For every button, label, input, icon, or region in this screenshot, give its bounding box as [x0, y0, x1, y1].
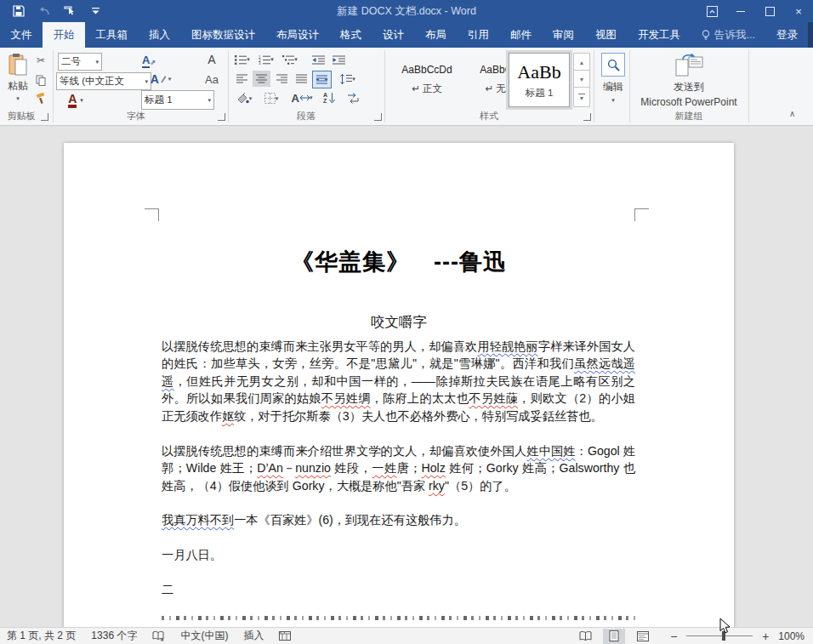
zoom-slider-thumb[interactable]: [722, 631, 725, 641]
tab-view[interactable]: 视图: [585, 22, 628, 48]
blue-squiggle-text: 用轻靓艳丽: [477, 339, 537, 353]
tab-icon-data-design[interactable]: 图标数据设计: [181, 22, 266, 48]
style-card-normal[interactable]: AaBbCcDd ↵ 正文: [389, 54, 464, 104]
paragraph: 一月八日。: [162, 546, 635, 563]
paragraph-group-label: 段落: [228, 110, 384, 123]
undo-icon[interactable]: [37, 4, 51, 18]
increase-indent-icon[interactable]: [330, 53, 347, 66]
bullets-icon[interactable]: ▾: [233, 53, 252, 66]
tell-me-box[interactable]: 告诉我...: [691, 22, 766, 48]
editing-button[interactable]: 编辑 ▾: [599, 53, 628, 114]
insert-mode-indicator[interactable]: 插入: [243, 629, 264, 643]
margin-cropmark-right: [634, 208, 649, 221]
document-page[interactable]: 《华盖集》 ---鲁迅 咬文嚼字 以摆脱传统思想的束缚而来主张男女平等的男人，却…: [64, 143, 734, 628]
web-layout-icon[interactable]: [632, 629, 654, 644]
paste-button[interactable]: 粘贴 ▾: [3, 51, 32, 111]
window-controls: ×: [697, 0, 813, 22]
save-icon[interactable]: [12, 4, 26, 18]
tab-toolbox[interactable]: 工具箱: [85, 22, 139, 48]
styles-scroll-up[interactable]: ▲: [573, 53, 590, 71]
tab-layout-design[interactable]: 布局设计: [266, 22, 330, 48]
character-border-icon[interactable]: A: [204, 52, 219, 67]
multilevel-list-icon[interactable]: ▾: [281, 53, 299, 66]
window-title: 新建 DOCX 文档.docx - Word: [0, 4, 813, 19]
touch-mouse-mode-icon[interactable]: [63, 4, 77, 18]
justify-icon[interactable]: [293, 71, 310, 86]
tab-insert[interactable]: 插入: [139, 22, 181, 48]
font-name-combo[interactable]: 等线 (中文正文▾: [56, 72, 151, 90]
styles-dialog-launcher[interactable]: [583, 113, 591, 121]
tab-file[interactable]: 文件: [0, 22, 43, 48]
sort-icon[interactable]: AZ: [320, 90, 338, 105]
word-count[interactable]: 1336 个字: [91, 629, 137, 643]
sign-in-link[interactable]: 登录: [765, 22, 808, 48]
tab-design[interactable]: 设计: [372, 22, 415, 48]
red-squiggle-text: 不另姓绸: [321, 391, 371, 405]
borders-icon[interactable]: ▾: [260, 91, 282, 105]
formatting-marks-icon[interactable]: [344, 90, 362, 105]
copy-icon[interactable]: [34, 73, 48, 87]
tab-references[interactable]: 引用: [458, 22, 500, 48]
distribute-icon[interactable]: [312, 71, 332, 88]
paragraph-dialog-launcher[interactable]: [374, 113, 382, 121]
change-case-icon[interactable]: Aa: [202, 71, 221, 87]
document-paragraphs: 以摆脱传统思想的束缚而来主张男女平等的男人，却偏喜欢用轻靓艳丽字样来译外国女人的…: [162, 338, 635, 620]
send-to-powerpoint-button[interactable]: 发送到 Microsoft PowerPoint: [633, 51, 745, 114]
close-button[interactable]: ×: [784, 0, 813, 22]
read-mode-icon[interactable]: [574, 629, 596, 644]
styles-more-button[interactable]: ▼: [573, 87, 590, 107]
minimize-button[interactable]: [726, 0, 755, 22]
zoom-slider[interactable]: [686, 635, 753, 636]
document-area[interactable]: 《华盖集》 ---鲁迅 咬文嚼字 以摆脱传统思想的束缚而来主张男女平等的男人，却…: [0, 126, 813, 628]
tab-developer[interactable]: 开发工具: [628, 22, 691, 48]
language-indicator[interactable]: 中文(中国): [180, 629, 228, 643]
red-squiggle-text: nunzio: [295, 461, 331, 475]
print-layout-icon[interactable]: [603, 629, 625, 644]
align-center-icon[interactable]: [253, 71, 270, 87]
customize-qat-icon[interactable]: [88, 4, 102, 18]
page-indicator[interactable]: 第 1 页, 共 2 页: [7, 629, 76, 643]
font-size-combo[interactable]: 二号▾: [58, 53, 102, 71]
macro-record-icon[interactable]: [279, 631, 291, 641]
align-left-icon[interactable]: [233, 71, 250, 86]
styles-scroll-down[interactable]: ▼: [573, 70, 590, 88]
share-button[interactable]: 共享: [808, 22, 813, 48]
tab-review[interactable]: 审阅: [543, 22, 585, 48]
status-bar: 第 1 页, 共 2 页 1336 个字 中文(中国) 插入 − + 100%: [0, 627, 813, 644]
tab-format[interactable]: 格式: [330, 22, 372, 48]
font-dialog-launcher[interactable]: [218, 113, 225, 121]
style-apply-combo[interactable]: 标题 1▾: [141, 90, 214, 110]
maximize-button[interactable]: [755, 0, 784, 22]
shading-icon[interactable]: ▾: [233, 91, 255, 105]
style-card-heading1[interactable]: AaBb 标题 1: [509, 53, 570, 107]
font-color-icon[interactable]: A ▾: [63, 92, 88, 109]
ribbon-display-options-icon[interactable]: [697, 0, 726, 22]
collapse-ribbon-icon[interactable]: ∧: [789, 109, 795, 118]
tab-layout[interactable]: 布局: [415, 22, 458, 48]
paste-dropdown-caret: ▾: [16, 95, 20, 102]
blue-squiggle-text: 姓中国姓: [526, 444, 575, 458]
decrease-indent-icon[interactable]: [310, 53, 327, 66]
zoom-out-button[interactable]: −: [668, 630, 679, 643]
numbering-icon[interactable]: 123 ▾: [257, 53, 276, 66]
proofing-icon[interactable]: [152, 631, 165, 641]
red-squiggle-text: Holz: [421, 461, 445, 475]
line-spacing-icon[interactable]: ▾: [337, 71, 359, 86]
cut-icon[interactable]: ✂: [34, 54, 48, 67]
clipboard-dialog-launcher[interactable]: [41, 113, 48, 121]
format-painter-icon[interactable]: [34, 92, 48, 105]
lightbulb-icon: [702, 30, 710, 41]
align-right-icon[interactable]: [273, 71, 290, 86]
text-effects-icon[interactable]: A ▾: [150, 71, 172, 87]
character-scale-icon[interactable]: A ▾: [289, 90, 315, 105]
tab-home[interactable]: 开始: [43, 22, 85, 48]
font-group-label: 字体: [53, 110, 219, 123]
paragraph: 以摆脱传统思想的束缚而来主张男女平等的男人，却偏喜欢用轻靓艳丽字样来译外国女人的…: [162, 338, 635, 425]
svg-text:3: 3: [259, 61, 261, 65]
blue-squiggle-text: 我真万料不到: [162, 513, 234, 527]
tab-mailings[interactable]: 邮件: [500, 22, 543, 48]
zoom-in-button[interactable]: +: [759, 630, 771, 643]
phonetic-guide-icon[interactable]: A⇗: [139, 53, 158, 68]
clipped-text-line: [162, 616, 635, 620]
zoom-level[interactable]: 100%: [778, 630, 804, 642]
